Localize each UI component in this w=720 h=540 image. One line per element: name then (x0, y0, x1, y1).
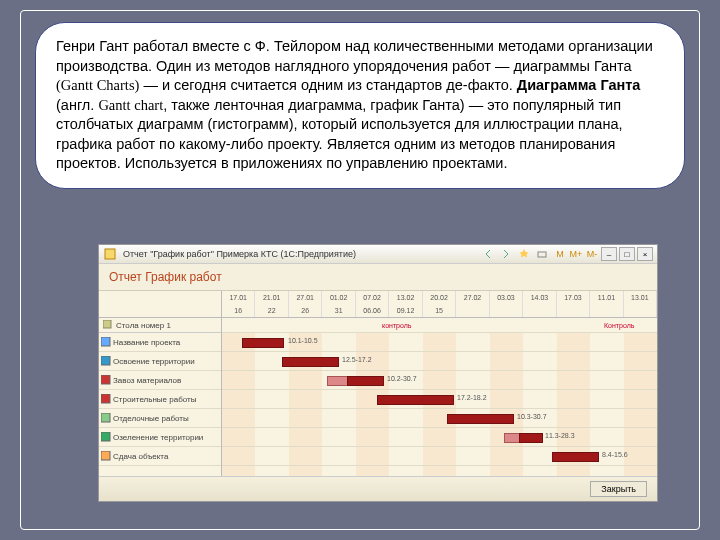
gantt-bar (327, 376, 349, 386)
svg-rect-5 (101, 375, 110, 384)
date-cell: 03.03 (490, 291, 523, 304)
gantt-row-7: 8.4-15.6 (222, 447, 657, 466)
date-cell: 27.01 (289, 291, 322, 304)
report-title: Отчет График работ (99, 264, 657, 291)
gantt-row-6: 11.3-28.3 (222, 428, 657, 447)
gantt-app-window: Отчет "График работ" Примерка КТС (1С:Пр… (98, 244, 658, 502)
date-cell: 07.02 (356, 291, 389, 304)
date-sub-cell: 31 (322, 304, 355, 317)
star-icon[interactable] (517, 247, 531, 261)
gantt-bar (519, 433, 543, 443)
date-sub-cell: 15 (423, 304, 456, 317)
task-icon (101, 356, 111, 366)
date-cell: 13.02 (389, 291, 422, 304)
svg-rect-3 (101, 337, 110, 346)
task-row: Озеленение территории (99, 428, 221, 447)
task-icon (101, 451, 111, 461)
date-cell: 13.01 (624, 291, 657, 304)
date-cell: 21.01 (255, 291, 288, 304)
gantt-bar (447, 414, 514, 424)
svg-rect-4 (101, 356, 110, 365)
svg-rect-0 (105, 249, 115, 259)
date-header: 17.0121.0127.0101.0207.0213.0220.0227.02… (222, 291, 657, 318)
window-controls: M M+ M- – □ × (553, 247, 653, 261)
svg-rect-2 (103, 320, 111, 328)
gantt-row-5: 10.3-30.7 (222, 409, 657, 428)
close-button[interactable]: × (637, 247, 653, 261)
gantt-row-1: 10.1-10.5 (222, 333, 657, 352)
app-icon (103, 247, 117, 261)
gantt-bar (347, 376, 384, 386)
task-row: Сдача объекта (99, 447, 221, 466)
toolbar: Отчет "График работ" Примерка КТС (1С:Пр… (99, 245, 657, 264)
svg-rect-1 (538, 252, 546, 257)
date-cell: 17.03 (557, 291, 590, 304)
gantt-body: 10.1-10.5 12.5-17.2 10.2-30.7 17.2-18.2 (222, 333, 657, 476)
gantt-bar (282, 357, 339, 367)
gantt-bar (377, 395, 454, 405)
date-cell: 11.01 (590, 291, 623, 304)
date-cell: 20.02 (423, 291, 456, 304)
svg-rect-8 (101, 432, 110, 441)
gantt-bar (552, 452, 599, 462)
gantt-row-3: 10.2-30.7 (222, 371, 657, 390)
tool-icon[interactable] (535, 247, 549, 261)
date-sub-cell: 22 (255, 304, 288, 317)
date-cell: 27.02 (456, 291, 489, 304)
footer: Закрыть (99, 476, 657, 501)
svg-rect-7 (101, 413, 110, 422)
task-row: Освоение территории (99, 352, 221, 371)
minimize-button[interactable]: – (601, 247, 617, 261)
maximize-button[interactable]: □ (619, 247, 635, 261)
gantt-row-4: 17.2-18.2 (222, 390, 657, 409)
date-sub-cell: 16 (222, 304, 255, 317)
task-column: Стола номер 1 Название проектаОсвоение т… (99, 291, 222, 476)
description-textbox: Генри Гант работал вместе с Ф. Тейлором … (35, 22, 685, 189)
timeline-column: 17.0121.0127.0101.0207.0213.0220.0227.02… (222, 291, 657, 476)
svg-rect-9 (101, 451, 110, 460)
control-label-2: Контроль (604, 322, 634, 329)
control-label-1: контроль (382, 322, 411, 329)
task-icon (101, 432, 111, 442)
task-icon (101, 394, 111, 404)
task-row: Отделочные работы (99, 409, 221, 428)
task-row: Завоз материалов (99, 371, 221, 390)
svg-rect-6 (101, 394, 110, 403)
m-plus-icon[interactable]: M+ (569, 247, 583, 261)
task-row: Название проекта (99, 333, 221, 352)
m-icon[interactable]: M (553, 247, 567, 261)
description-paragraph: Генри Гант работал вместе с Ф. Тейлором … (56, 37, 664, 174)
task-icon (101, 413, 111, 423)
task-icon (101, 375, 111, 385)
nav-fwd-icon[interactable] (499, 247, 513, 261)
task-icon (101, 337, 111, 347)
task-row: Строительные работы (99, 390, 221, 409)
date-sub-cell: 09.12 (389, 304, 422, 317)
gantt-row-2: 12.5-17.2 (222, 352, 657, 371)
top-task-row: Стола номер 1 (99, 318, 221, 333)
close-report-button[interactable]: Закрыть (590, 481, 647, 497)
date-cell: 17.01 (222, 291, 255, 304)
window-title: Отчет "График работ" Примерка КТС (1С:Пр… (121, 249, 477, 259)
date-cell: 14.03 (523, 291, 556, 304)
gantt-chart: Стола номер 1 Название проектаОсвоение т… (99, 291, 657, 476)
nav-back-icon[interactable] (481, 247, 495, 261)
date-sub-cell: 26 (289, 304, 322, 317)
gantt-bar (242, 338, 284, 348)
date-cell: 01.02 (322, 291, 355, 304)
date-sub-cell: 06.06 (356, 304, 389, 317)
m-minus-icon[interactable]: M- (585, 247, 599, 261)
task-header (99, 291, 221, 318)
